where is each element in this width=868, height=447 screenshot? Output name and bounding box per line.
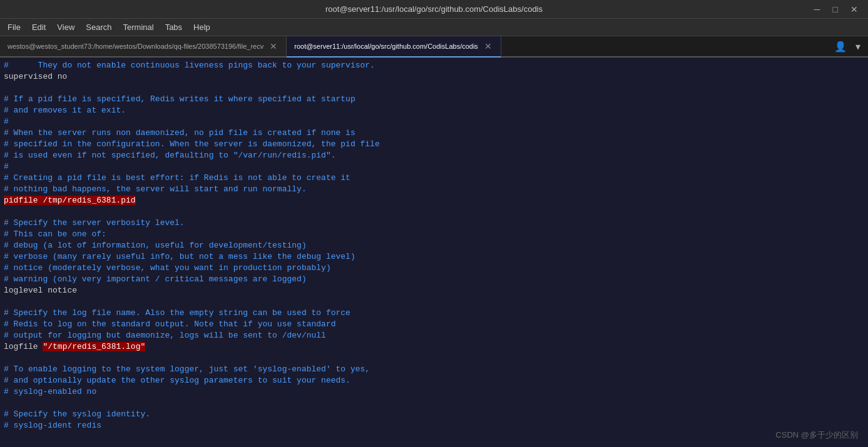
line-15: # debug (a lot of information, useful fo… — [4, 240, 864, 251]
line-logfile: logfile "/tmp/redis_6381.log" — [4, 341, 864, 353]
logfile-highlight: "/tmp/redis_6381.log" — [43, 342, 145, 351]
line-9: # is used even if not specified, default… — [4, 150, 864, 161]
tab-expand-icon[interactable]: ▾ — [853, 39, 863, 54]
menu-item-search[interactable]: Search — [81, 21, 116, 34]
line-empty3 — [4, 353, 864, 364]
line-18: # warning (only very important / critica… — [4, 274, 864, 285]
title-bar-text: root@server11:/usr/local/go/src/github.c… — [325, 4, 543, 14]
line-5: # and removes it at exit. — [4, 105, 864, 116]
line-pidfile: pidfile /tmp/redis_6381.pid — [4, 195, 864, 206]
line-empty1 — [4, 206, 864, 218]
menu-item-tabs[interactable]: Tabs — [160, 21, 187, 34]
line-23: # and optionally update the other syslog… — [4, 375, 864, 386]
line-21: # output for logging but daemonize, logs… — [4, 330, 864, 341]
menu-bar: FileEditViewSearchTerminalTabsHelp — [0, 19, 868, 36]
line-13: # Specify the server verbosity level. — [4, 218, 864, 229]
line-11: # Creating a pid file is best effort: if… — [4, 173, 864, 184]
line-16: # verbose (many rarely useful info, but … — [4, 251, 864, 263]
title-bar-controls: ─ □ ✕ — [810, 3, 862, 16]
close-button[interactable]: ✕ — [847, 3, 862, 16]
line-17: # notice (moderately verbose, what you w… — [4, 263, 864, 274]
tab-1-close[interactable]: ✕ — [268, 41, 278, 51]
tab-2-close[interactable]: ✕ — [483, 41, 493, 51]
menu-item-edit[interactable]: Edit — [27, 21, 51, 34]
tab-1[interactable]: westos@westos_student73:/home/westos/Dow… — [0, 36, 287, 56]
line-22: # To enable logging to the system logger… — [4, 364, 864, 375]
line-10: # — [4, 161, 864, 173]
line-loglevel: loglevel notice — [4, 285, 864, 296]
line-24: # syslog-enabled no — [4, 386, 864, 398]
maximize-button[interactable]: □ — [829, 3, 842, 16]
tab-1-label: westos@westos_student73:/home/westos/Dow… — [8, 43, 263, 50]
terminal-content: # They do not enable continuous liveness… — [0, 58, 868, 447]
line-8: # specified in the configuration. When t… — [4, 139, 864, 150]
tab-bar: westos@westos_student73:/home/westos/Dow… — [0, 36, 868, 58]
line-2: supervised no — [4, 71, 864, 83]
tab-bar-actions: 👤 ▾ — [832, 36, 868, 56]
line-20: # Redis to log on the standard output. N… — [4, 319, 864, 330]
menu-item-file[interactable]: File — [3, 21, 26, 34]
line-25: # Specify the syslog identity. — [4, 409, 864, 420]
line-6: # — [4, 116, 864, 128]
tab-2-label: root@server11:/usr/local/go/src/github.c… — [294, 43, 478, 50]
line-3 — [4, 83, 864, 94]
line-14: # This can be one of: — [4, 229, 864, 240]
line-empty2 — [4, 296, 864, 308]
watermark: CSDN @多于少的区别 — [775, 429, 858, 441]
tab-2[interactable]: root@server11:/usr/local/go/src/github.c… — [287, 36, 501, 58]
menu-item-terminal[interactable]: Terminal — [118, 21, 159, 34]
line-26: # syslog-ident redis — [4, 420, 864, 431]
title-bar: root@server11:/usr/local/go/src/github.c… — [0, 0, 868, 19]
tab-user-icon[interactable]: 👤 — [832, 39, 849, 54]
pidfile-highlight: pidfile /tmp/redis_6381.pid — [4, 196, 136, 205]
menu-item-view[interactable]: View — [52, 21, 79, 34]
line-12: # nothing bad happens, the server will s… — [4, 184, 864, 195]
line-7: # When the server runs non daemonized, n… — [4, 128, 864, 139]
line-4: # If a pid file is specified, Redis writ… — [4, 94, 864, 105]
minimize-button[interactable]: ─ — [810, 3, 824, 16]
menu-item-help[interactable]: Help — [188, 21, 215, 34]
line-empty4 — [4, 398, 864, 409]
line-19: # Specify the log file name. Also the em… — [4, 308, 864, 319]
line-1: # They do not enable continuous liveness… — [4, 60, 864, 71]
